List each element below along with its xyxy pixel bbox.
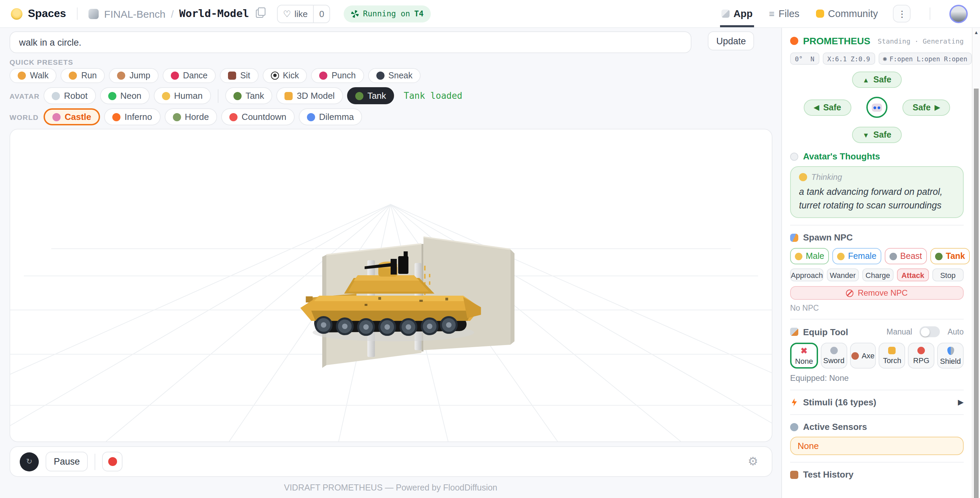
npc-status: No NPC (790, 304, 964, 312)
tab-community[interactable]: Community (814, 0, 879, 27)
divider (77, 8, 78, 20)
settings-gear-icon[interactable]: ⚙ (744, 455, 762, 468)
npc-wander-button[interactable]: Wander (827, 268, 859, 281)
tool-torch-button[interactable]: Torch (879, 343, 905, 369)
record-dot-icon (108, 457, 117, 466)
avatar-3d-model-button[interactable]: 3D Model (276, 87, 343, 104)
like-count: 0 (313, 5, 329, 22)
thinking-face-icon (799, 173, 807, 181)
npc-beast-button[interactable]: Beast (885, 248, 927, 264)
tool-row: ✖None Sword Axe Torch RPG Shield (790, 343, 964, 369)
viewport-3d[interactable] (10, 129, 772, 442)
avatar-human-button[interactable]: Human (154, 87, 211, 104)
world-row: WORLD Castle Inferno Horde Countdown Dil… (10, 109, 772, 125)
fire-icon (112, 113, 121, 121)
pause-button[interactable]: Pause (46, 452, 88, 471)
npc-behavior-row: Approach Wander Charge Attack Stop (790, 268, 964, 281)
safe-move-pad: ▲Safe ◀Safe Safe▶ ▼Safe (790, 72, 964, 143)
equipped-status: Equipped: None (790, 374, 964, 383)
preset-dance-button[interactable]: Dance (163, 68, 216, 83)
folder-icon (285, 92, 293, 100)
preset-sneak-button[interactable]: Sneak (368, 68, 421, 83)
world-dilemma-button[interactable]: Dilemma (298, 109, 362, 125)
equip-mode-toggle[interactable] (920, 326, 940, 337)
heading-chip: 0° N (790, 53, 819, 65)
active-sensors-header: Active Sensors (803, 422, 867, 432)
sidebar-scrollbar[interactable]: ▲ (972, 27, 980, 498)
torch-icon (888, 347, 896, 354)
breadcrumb-repo[interactable]: World-Model (179, 8, 249, 20)
thought-bubble-icon (790, 152, 798, 160)
npc-approach-button[interactable]: Approach (790, 268, 824, 281)
avatar-tank-button[interactable]: Tank (225, 87, 272, 104)
axe-icon (851, 352, 859, 359)
world-castle-button[interactable]: Castle (43, 109, 100, 125)
tab-files[interactable]: ≡ Files (768, 0, 801, 27)
generation-spinner-button[interactable]: ↻ (20, 452, 39, 471)
preset-jump-button[interactable]: Jump (109, 68, 159, 83)
world-countdown-button[interactable]: Countdown (221, 109, 295, 125)
man-icon (795, 252, 802, 260)
heart-icon: ♡ (283, 8, 291, 19)
position-chip: X:6.1 Z:0.9 (822, 53, 875, 65)
safe-right-button[interactable]: Safe▶ (902, 99, 950, 115)
more-options-button[interactable]: ⋮ (893, 5, 911, 22)
fan-icon (352, 10, 359, 18)
walk-icon (18, 72, 26, 80)
auto-label: Auto (948, 328, 964, 336)
scrollbar-thumb[interactable] (974, 89, 978, 498)
preset-punch-button[interactable]: Punch (311, 68, 364, 83)
huggingface-logo-icon (11, 8, 22, 19)
breadcrumb-owner[interactable]: FINAL-Bench (104, 8, 165, 19)
preset-walk-button[interactable]: Walk (10, 68, 57, 83)
npc-type-row: Male Female Beast Tank (790, 248, 964, 264)
lightning-icon (790, 398, 798, 406)
avatar-thoughts-box: Thinking a tank advancing forward on pat… (790, 166, 964, 218)
running-status-badge[interactable]: Running onT4 (344, 5, 431, 22)
divider (790, 389, 964, 390)
tool-axe-button[interactable]: Axe (850, 343, 876, 369)
brand-spaces[interactable]: Spaces (28, 8, 66, 20)
spawn-npc-header: Spawn NPC (803, 232, 853, 243)
world-horde-button[interactable]: Horde (164, 109, 217, 125)
avatar-state-status: Standing · Generating (878, 37, 964, 45)
preset-kick-button[interactable]: Kick (262, 68, 307, 83)
safe-down-button[interactable]: ▼Safe (853, 127, 902, 143)
tool-none-button[interactable]: ✖None (790, 343, 818, 369)
avatar-robot-button[interactable]: Robot (43, 87, 95, 104)
expand-arrow-icon[interactable]: ▶ (958, 398, 964, 407)
space-owner-avatar[interactable] (89, 8, 99, 19)
prompt-input[interactable] (10, 31, 692, 53)
avatar-selected-tank-chip[interactable]: Tank (347, 87, 395, 104)
npc-male-button[interactable]: Male (790, 248, 829, 264)
preset-run-button[interactable]: Run (61, 68, 105, 83)
like-button[interactable]: ♡like 0 (277, 5, 331, 23)
divider (218, 89, 218, 102)
copy-icon[interactable] (256, 10, 263, 18)
npc-stop-button[interactable]: Stop (932, 268, 964, 281)
record-button[interactable] (102, 452, 123, 471)
npc-tank-button[interactable]: Tank (930, 248, 970, 264)
npc-charge-button[interactable]: Charge (862, 268, 894, 281)
safe-up-button[interactable]: ▲Safe (853, 72, 902, 88)
tool-sword-button[interactable]: Sword (821, 343, 847, 369)
preset-sit-button[interactable]: Sit (220, 68, 258, 83)
user-avatar[interactable] (950, 5, 968, 23)
dancer-icon (171, 72, 179, 80)
rocket-icon (917, 347, 925, 354)
ninja-icon (376, 72, 384, 80)
update-button[interactable]: Update (708, 31, 754, 50)
npc-attack-button[interactable]: Attack (897, 268, 929, 281)
tool-shield-button[interactable]: Shield (937, 343, 964, 369)
arrow-right-icon: ▶ (935, 104, 940, 111)
manual-label: Manual (886, 328, 912, 336)
like-label: like (294, 8, 308, 19)
npc-female-button[interactable]: Female (832, 248, 881, 264)
avatar-neon-button[interactable]: Neon (100, 87, 150, 104)
world-inferno-button[interactable]: Inferno (104, 109, 160, 125)
tool-rpg-button[interactable]: RPG (908, 343, 935, 369)
scroll-up-arrow-icon[interactable]: ▲ (972, 27, 980, 35)
remove-npc-button[interactable]: Remove NPC (790, 286, 964, 300)
tab-app[interactable]: App (720, 0, 754, 27)
safe-left-button[interactable]: ◀Safe (804, 99, 851, 115)
